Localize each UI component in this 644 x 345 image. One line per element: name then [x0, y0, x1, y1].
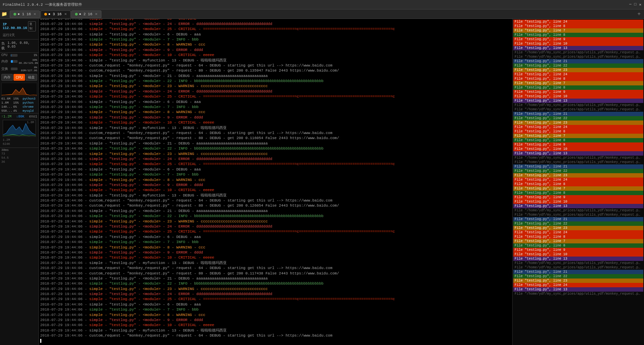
log-line: 2018-07-29 19:44:06 - simple - "testlog.… [40, 162, 511, 167]
right-line: File "/home/ydf/my_sync_prices/app/utils… [513, 208, 643, 213]
log-line: 2018-07-29 19:44:06 - custom_request - "… [40, 63, 511, 68]
minimize-button[interactable]: ─ [629, 2, 631, 7]
memory-value: 30% 38.2G/125.9G [19, 58, 37, 64]
right-line: File "testlog.py", line 21 [513, 217, 643, 221]
log-line: 2018-07-29 19:44:06 - simple - "testlog.… [40, 188, 511, 193]
net-graph-label: 1.8M [27, 121, 34, 124]
log-line: 2018-07-29 19:44:06 - simple - "testlog.… [40, 37, 511, 42]
log-line: 2018-07-29 19:44:06 - custom_request - "… [40, 131, 511, 136]
right-line: File "testlog.py", line 8 [513, 235, 643, 239]
log-line: 2018-07-29 19:44:06 - simple - "testlog.… [40, 53, 511, 58]
tab-1-dot [14, 13, 16, 16]
memory-tab-btn[interactable]: 内存 [1, 74, 13, 81]
right-line: File "testlog.py", line 23 [513, 226, 643, 230]
tab-add-button[interactable]: + [635, 11, 643, 17]
log-line: 2018-07-29 19:44:06 - simple - "testlog.… [40, 105, 511, 110]
log-line: 2018-07-29 19:44:06 - custom_request - "… [40, 68, 511, 73]
process-item: 61.6M 15% python3 [0, 97, 39, 101]
right-line: File "testlog.py", line 8 [513, 138, 643, 142]
right-line: File "testlog.py", line 7 [513, 239, 643, 243]
terminal-content[interactable]: 2018-07-29 19:44:06 - simple - "testlog.… [39, 19, 512, 345]
log-line: 2018-07-29 19:44:06 - custom_request - "… [40, 271, 511, 276]
tab-3-close[interactable]: ✕ [95, 11, 97, 17]
right-line: File "testlog.py", line 13 [513, 257, 643, 261]
tab-1-close[interactable]: ✕ [34, 11, 36, 17]
latency-val-2: 54.5 [1, 156, 9, 160]
right-line: File "testlog.py", line 21 [513, 270, 643, 274]
cpu-tab-btn[interactable]: CPU [14, 74, 25, 81]
tab-1-label: ● 1 16 [18, 12, 31, 16]
server-ip: IP 112.90.89.16 [3, 23, 28, 30]
right-line: File "testlog.py", line 8 [513, 33, 643, 37]
close-button[interactable]: ✕ [639, 2, 641, 7]
title-bar: FinalShell 2.9.4.2 一体化服务器管理软件 ─ □ ✕ [0, 0, 644, 9]
copy-button[interactable]: 复制 [28, 21, 36, 31]
right-line: File "testlog.py", line 8 [513, 243, 643, 248]
terminal[interactable]: 2018-07-29 19:44:06 - simple - "testlog.… [39, 19, 512, 345]
resource-tab-buttons: 内存 CPU 磁盘 [0, 73, 39, 82]
right-line: File "testlog.py", line 7 [513, 134, 643, 138]
log-line: 2018-07-29 19:44:06 - simple - "testlog.… [40, 167, 511, 172]
log-line: 2018-07-29 19:44:06 - simple - "testlog.… [40, 94, 511, 99]
log-line: 2018-07-29 19:44:06 - simple - "testlog.… [40, 209, 511, 214]
log-line: 2018-07-29 19:44:06 - simple - "testlog.… [40, 323, 511, 328]
tab-bar: 📁 ● 1 16 ✕ ● 3 16 ✕ ● 2 16 ✕ + [0, 9, 644, 19]
process-item: 558... 4% mysqld [0, 109, 39, 113]
log-line: 2018-07-29 19:44:06 - simple - "testlog.… [40, 32, 511, 37]
right-line: File "testlog.py", line 23 [513, 278, 643, 283]
window-controls[interactable]: ─ □ ✕ [629, 2, 641, 7]
log-line: 2018-07-29 19:44:06 - custom_request - "… [40, 266, 511, 271]
latency-val-3: 36 [1, 160, 5, 164]
net-interface: eno1 [29, 115, 37, 118]
tab-2-close[interactable]: ✕ [64, 11, 67, 17]
disk-tab-btn[interactable]: 磁盘 [26, 74, 37, 81]
tab-3-label: ● 2 16 [79, 12, 93, 16]
swap-resource: 交换 0% 93M/127.9G [0, 65, 39, 73]
tab-3-dot [75, 13, 78, 16]
tab-2-dot [44, 13, 47, 16]
tab-1[interactable]: ● 1 16 ✕ [10, 10, 40, 18]
log-line: 2018-07-29 19:44:06 - simple - "testlog.… [40, 261, 511, 266]
process-name: python [23, 101, 33, 105]
log-line: 2018-07-29 19:44:06 - simple - "testlog.… [40, 22, 511, 27]
log-line: 2018-07-29 19:44:06 - simple - "testlog.… [40, 193, 511, 198]
process-memory: 1.8M [1, 101, 12, 105]
process-cpu-pct: 6% [13, 105, 22, 109]
right-line: File "testlog.py", line 9 [513, 195, 643, 200]
net-stat-2: 624K [3, 142, 10, 146]
log-line: 2018-07-29 19:44:06 - custom_request - "… [40, 203, 511, 208]
log-line: 2018-07-29 19:44:06 - simple - "testlog.… [40, 276, 511, 281]
right-line: File "testlog.py", line 22 [513, 169, 643, 173]
log-line: 2018-07-29 19:44:06 - simple - "testlog.… [40, 172, 511, 177]
process-cpu-pct: 15% [13, 101, 22, 105]
right-line: File "testlog.py", line 10 [513, 42, 643, 46]
right-line: File "/home/ydf/my_sync_prices/app/utils… [513, 103, 643, 107]
right-line: File "testlog.py", line 8 [513, 85, 643, 90]
latency-label: 38ms [1, 149, 9, 152]
log-line: 2018-07-29 19:44:06 - simple - "testlog.… [40, 297, 511, 302]
right-line: File "testlog.py", line 24 [513, 20, 643, 24]
right-line: File "testlog.py", line 23 [513, 121, 643, 125]
right-line: File "testlog.py", line 9 [513, 248, 643, 252]
cpu-bar-container [11, 54, 18, 57]
log-line: 2018-07-29 19:44:06 - simple - "testlog.… [40, 307, 511, 312]
tab-3[interactable]: ● 2 16 ✕ [71, 10, 101, 18]
log-line: 2018-07-29 19:44:06 - custom_request - "… [40, 198, 511, 203]
swap-bar-container [11, 68, 18, 70]
main-container: IP 112.90.89.16 复制 运行2天 负载 1.06, 0.69, 0… [0, 19, 644, 345]
swap-label: 交换 [1, 67, 10, 71]
log-line: 2018-07-29 19:44:06 - simple - "testlog.… [40, 79, 511, 84]
right-line: File "/home/ydf/my_sync_prices/app/utils… [513, 50, 643, 55]
right-line: File "testlog.py", line 7 [513, 28, 643, 33]
log-line: 2018-07-29 19:44:06 - simple - "testlog.… [40, 58, 511, 63]
log-line: 2018-07-29 19:44:06 - simple - "testlog.… [40, 152, 511, 157]
process-memory: 558... [1, 109, 12, 113]
maximize-button[interactable]: □ [634, 2, 637, 7]
net-stat-1: 1.2M [3, 138, 10, 142]
terminal-cursor [40, 339, 511, 344]
log-line: 2018-07-29 19:44:06 - simple - "testlog.… [40, 255, 511, 260]
tab-2[interactable]: ● 3 16 ✕ [41, 10, 71, 18]
folder-icon: 📁 [1, 11, 7, 17]
memory-label: 内存 [1, 59, 10, 64]
process-name: mysqld [23, 109, 33, 113]
